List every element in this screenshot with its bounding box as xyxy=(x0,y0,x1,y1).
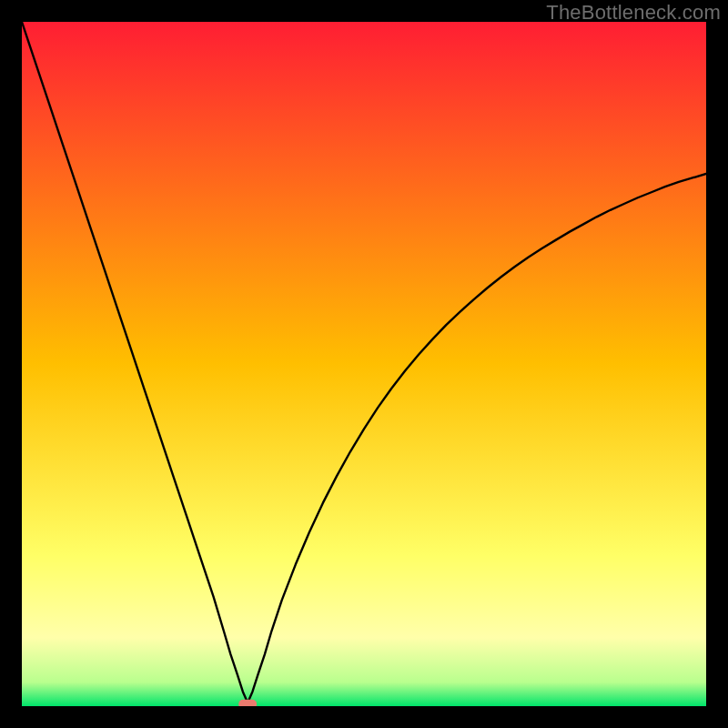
min-marker xyxy=(238,700,257,706)
svg-rect-0 xyxy=(238,700,257,706)
gradient-background xyxy=(22,22,706,706)
chart-frame: TheBottleneck.com xyxy=(0,0,728,728)
chart-plot xyxy=(22,22,706,706)
